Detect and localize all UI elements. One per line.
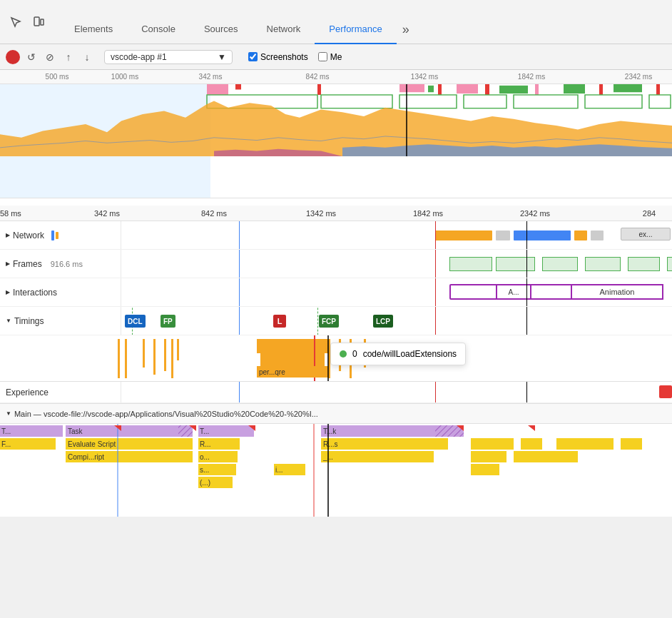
svg-rect-20 bbox=[514, 95, 578, 108]
performance-toolbar: ↺ ⊘ ↑ ↓ vscode-app #1 ▼ Screenshots Me bbox=[0, 44, 672, 70]
svg-rect-6 bbox=[428, 86, 434, 92]
screenshots-checkbox[interactable] bbox=[248, 52, 258, 61]
svg-rect-77 bbox=[514, 451, 578, 462]
tooltip: 0 code/willLoadExtensions bbox=[330, 343, 466, 365]
svg-rect-15 bbox=[656, 84, 660, 95]
frames-expand-icon: ▶ bbox=[6, 260, 10, 267]
detail-marker-5: 2342 ms bbox=[520, 209, 550, 218]
timing-lcp[interactable]: LCP bbox=[373, 315, 393, 328]
more-tabs-button[interactable]: » bbox=[397, 16, 415, 44]
svg-rect-13 bbox=[599, 84, 603, 95]
network-label: Network bbox=[13, 231, 44, 240]
net-bar-1[interactable] bbox=[435, 231, 492, 240]
net-bar-3[interactable] bbox=[514, 231, 571, 240]
target-selector[interactable]: vscode-app #1 ▼ bbox=[104, 50, 233, 64]
svg-rect-46 bbox=[178, 425, 193, 437]
network-track-label[interactable]: ▶ Network bbox=[0, 221, 121, 249]
download-profile-button[interactable]: ↓ bbox=[80, 50, 94, 64]
svg-text:T...k: T...k bbox=[323, 427, 337, 435]
frames-track[interactable]: ▶ Frames 916.6 ms bbox=[0, 250, 672, 278]
interaction-a-label[interactable]: A... bbox=[496, 284, 531, 300]
network-track[interactable]: ▶ Network ex... bbox=[0, 221, 672, 250]
svg-rect-29 bbox=[171, 339, 173, 378]
vline-blue-1 bbox=[239, 221, 240, 249]
timing-dcl[interactable]: DCL bbox=[125, 315, 146, 328]
network-bar-blue bbox=[51, 231, 54, 240]
time-marker-1342: 1342 ms bbox=[411, 73, 438, 81]
flame-chart-area[interactable]: per...qre 0 code/willLoadExtensions bbox=[0, 335, 672, 382]
reload-profile-button[interactable]: ↺ bbox=[24, 50, 39, 64]
svg-rect-3 bbox=[235, 84, 241, 89]
detail-timeline[interactable]: -158 ms 342 ms 842 ms 1342 ms 1842 ms 23… bbox=[0, 206, 672, 403]
net-bar-2[interactable] bbox=[496, 231, 510, 240]
interactions-track[interactable]: ▶ Interactions A... Animation A bbox=[0, 278, 672, 307]
net-bar-4[interactable] bbox=[574, 231, 587, 240]
screenshots-checkbox-group: Screenshots bbox=[248, 52, 308, 62]
timing-fcp[interactable]: FCP bbox=[319, 315, 339, 328]
timing-line-fcp bbox=[317, 307, 318, 335]
net-bar-5[interactable] bbox=[591, 231, 604, 240]
svg-rect-18 bbox=[399, 95, 457, 108]
clear-button[interactable]: ⊘ bbox=[43, 50, 57, 64]
vline-blue-2 bbox=[239, 250, 240, 278]
svg-rect-11 bbox=[535, 84, 539, 95]
frame-bar-6[interactable] bbox=[667, 257, 672, 271]
svg-text:R...s: R...s bbox=[323, 440, 338, 448]
frames-track-label[interactable]: ▶ Frames 916.6 ms bbox=[0, 250, 121, 278]
svg-rect-24 bbox=[118, 339, 120, 378]
memory-checkbox[interactable] bbox=[318, 52, 327, 61]
main-section-label[interactable]: ▼ Main — vscode-file://vscode-app/Applic… bbox=[0, 404, 672, 424]
timings-track[interactable]: ▼ Timings DCL FP L FCP LCP bbox=[0, 307, 672, 335]
tooltip-count: 0 bbox=[352, 349, 357, 359]
svg-text:(...): (...) bbox=[200, 479, 210, 487]
tab-performance[interactable]: Performance bbox=[315, 16, 396, 44]
tab-network[interactable]: Network bbox=[253, 16, 315, 44]
tab-sources[interactable]: Sources bbox=[190, 16, 253, 44]
network-bar-yellow bbox=[56, 232, 58, 239]
svg-rect-78 bbox=[471, 464, 499, 475]
vline-red-3 bbox=[435, 278, 436, 306]
pointer-icon[interactable] bbox=[6, 12, 26, 32]
svg-marker-86 bbox=[528, 425, 535, 431]
interactions-track-label[interactable]: ▶ Interactions bbox=[0, 278, 121, 306]
svg-rect-10 bbox=[499, 86, 528, 93]
svg-rect-4 bbox=[317, 84, 321, 95]
timings-track-label[interactable]: ▼ Timings bbox=[0, 307, 121, 335]
frame-bar-5[interactable] bbox=[628, 257, 660, 271]
record-button[interactable] bbox=[6, 50, 20, 64]
svg-rect-2 bbox=[207, 84, 228, 95]
timing-fp[interactable]: FP bbox=[161, 315, 175, 328]
svg-rect-28 bbox=[164, 339, 166, 371]
tooltip-text: code/willLoadExtensions bbox=[363, 349, 457, 359]
timing-l[interactable]: L bbox=[273, 315, 286, 328]
svg-rect-8 bbox=[457, 84, 478, 93]
svg-rect-7 bbox=[438, 84, 442, 95]
net-bar-ex[interactable]: ex... bbox=[621, 228, 671, 240]
frame-bar-1[interactable] bbox=[449, 257, 492, 271]
overview-charts[interactable] bbox=[0, 84, 672, 198]
experience-track[interactable]: Experience bbox=[0, 382, 672, 403]
target-label: vscode-app #1 bbox=[111, 52, 167, 62]
tab-elements[interactable]: Elements bbox=[60, 16, 127, 44]
overview-timeline[interactable]: 500 ms 1000 ms 342 ms 842 ms 1342 ms 184… bbox=[0, 70, 672, 206]
tab-console[interactable]: Console bbox=[127, 16, 190, 44]
svg-rect-76 bbox=[471, 451, 506, 462]
time-marker-500: 500 ms bbox=[46, 73, 69, 81]
svg-rect-0 bbox=[34, 17, 39, 26]
frame-bar-3[interactable] bbox=[542, 257, 578, 271]
frame-bar-2[interactable] bbox=[496, 257, 535, 271]
device-icon[interactable] bbox=[29, 12, 49, 32]
vline-red-5 bbox=[435, 382, 436, 402]
upload-profile-button[interactable]: ↑ bbox=[61, 50, 76, 64]
interaction-animation-label[interactable]: Animation bbox=[571, 284, 663, 300]
svg-rect-25 bbox=[125, 339, 127, 378]
frames-value: 916.6 ms bbox=[51, 260, 83, 268]
task-rows: T... Task T... T...k F... Evaluate Scrip… bbox=[0, 424, 672, 517]
svg-text:o...: o... bbox=[200, 453, 210, 461]
experience-red-bar[interactable] bbox=[659, 385, 672, 398]
detail-marker-6: 284 bbox=[643, 209, 656, 218]
overview-svg bbox=[0, 84, 672, 198]
experience-track-label[interactable]: Experience bbox=[0, 382, 121, 402]
frame-bar-4[interactable] bbox=[585, 257, 621, 271]
task-rows-svg: T... Task T... T...k F... Evaluate Scrip… bbox=[0, 424, 672, 517]
